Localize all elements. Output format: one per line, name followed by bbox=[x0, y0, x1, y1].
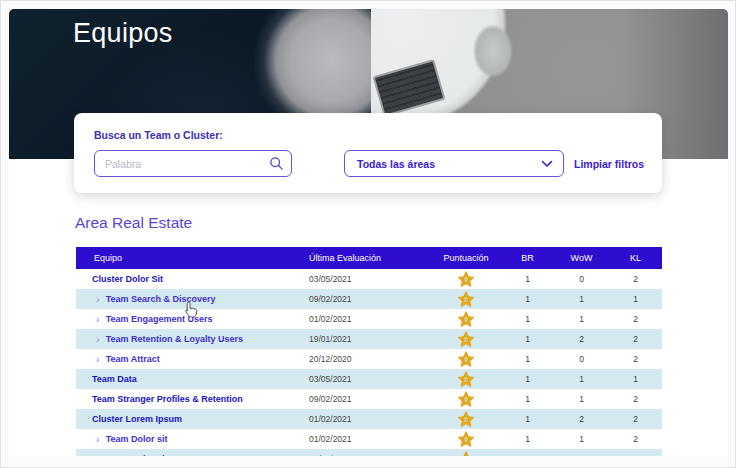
search-label: Busca un Team o Cluster: bbox=[94, 129, 223, 141]
team-name-link[interactable]: Team Dolor sit bbox=[106, 454, 168, 456]
br-value: 1 bbox=[501, 274, 554, 284]
team-name-link[interactable]: Team Attract bbox=[106, 354, 160, 364]
team-name-link[interactable]: Cluster Lorem Ipsum bbox=[92, 414, 182, 424]
kl-value: 2 bbox=[609, 394, 662, 404]
wow-value: 1 bbox=[554, 374, 609, 384]
table-header: Equipo Última Evaluación Puntuación BR W… bbox=[76, 247, 662, 269]
wow-value: 1 bbox=[554, 394, 609, 404]
search-input-wrap bbox=[94, 150, 292, 177]
wow-value: 0 bbox=[554, 274, 609, 284]
evaluation-date: 09/02/2021 bbox=[291, 394, 431, 404]
kl-value: 2 bbox=[609, 334, 662, 344]
star-score-value: 0 bbox=[457, 356, 475, 363]
table-row[interactable]: › Cluster Dolor Sit 03/05/2021 0 1 0 2 bbox=[76, 269, 662, 289]
team-name-link[interactable]: Cluster Dolor Sit bbox=[92, 274, 163, 284]
wow-value: 1 bbox=[554, 434, 609, 444]
team-name-link[interactable]: Team Retention & Loyalty Users bbox=[106, 334, 243, 344]
kl-value: 2 bbox=[609, 434, 662, 444]
star-score-value: 0 bbox=[457, 316, 475, 323]
wow-value: 1 bbox=[554, 314, 609, 324]
star-score-icon: 0 bbox=[457, 351, 475, 368]
chevron-right-icon: › bbox=[96, 334, 100, 345]
star-score-value: 0 bbox=[457, 296, 475, 303]
table-row[interactable]: › Team Data 03/05/2021 0 1 1 1 bbox=[76, 369, 662, 389]
br-value: 1 bbox=[501, 434, 554, 444]
star-score-icon: 0 bbox=[457, 411, 475, 428]
chevron-right-icon: › bbox=[96, 434, 100, 445]
br-value: 1 bbox=[501, 314, 554, 324]
star-score-value: 0 bbox=[457, 456, 475, 457]
team-name-link[interactable]: Team Stranger Profiles & Retention bbox=[92, 394, 243, 404]
search-card: Busca un Team o Cluster: Todas las áreas… bbox=[74, 113, 662, 193]
evaluation-date: 03/05/2021 bbox=[291, 374, 431, 384]
star-score-icon: 0 bbox=[457, 451, 475, 457]
star-score-value: 0 bbox=[457, 416, 475, 423]
search-input[interactable] bbox=[94, 150, 292, 177]
star-score-icon: 0 bbox=[457, 331, 475, 348]
star-score-icon: 0 bbox=[457, 271, 475, 288]
table-row[interactable]: › Team Retention & Loyalty Users 19/01/2… bbox=[76, 329, 662, 349]
star-score-value: 0 bbox=[457, 336, 475, 343]
br-value: 1 bbox=[501, 374, 554, 384]
br-value: 1 bbox=[501, 454, 554, 456]
star-score-value: 0 bbox=[457, 436, 475, 443]
evaluation-date: 20/12/2020 bbox=[291, 354, 431, 364]
chevron-right-icon: › bbox=[96, 454, 100, 457]
star-score-value: 0 bbox=[457, 376, 475, 383]
col-puntuacion: Puntuación bbox=[431, 253, 501, 263]
wow-value: 2 bbox=[554, 334, 609, 344]
col-ultima-evaluacion: Última Evaluación bbox=[291, 253, 431, 263]
area-select-value: Todas las áreas bbox=[357, 158, 435, 170]
page-content: Equipos Busca un Team o Cluster: Todas l… bbox=[9, 9, 728, 456]
col-equipo: Equipo bbox=[76, 253, 291, 263]
team-name-link[interactable]: Team Dolor sit bbox=[106, 434, 168, 444]
star-score-value: 0 bbox=[457, 276, 475, 283]
wow-value: 1 bbox=[554, 454, 609, 456]
star-score-value: 0 bbox=[457, 396, 475, 403]
chevron-right-icon: › bbox=[96, 314, 100, 325]
kl-value: 2 bbox=[609, 274, 662, 284]
table-row[interactable]: › Cluster Lorem Ipsum 01/02/2021 0 1 2 2 bbox=[76, 409, 662, 429]
kl-value: 1 bbox=[609, 294, 662, 304]
evaluation-date: 03/05/2021 bbox=[291, 274, 431, 284]
evaluation-date: 09/02/2021 bbox=[291, 294, 431, 304]
table-row[interactable]: › Team Dolor sit 01/02/2021 0 1 1 2 bbox=[76, 429, 662, 449]
page-title: Equipos bbox=[73, 18, 173, 49]
chevron-right-icon: › bbox=[96, 354, 100, 365]
teams-table: Equipo Última Evaluación Puntuación BR W… bbox=[76, 247, 662, 456]
team-name-link[interactable]: Team Data bbox=[92, 374, 137, 384]
evaluation-date: 19/01/2021 bbox=[291, 334, 431, 344]
evaluation-date: 01/02/2021 bbox=[291, 434, 431, 444]
area-select[interactable]: Todas las áreas bbox=[344, 150, 564, 177]
chevron-right-icon: › bbox=[96, 294, 100, 305]
col-wow: WoW bbox=[554, 253, 609, 263]
kl-value: 2 bbox=[609, 314, 662, 324]
wow-value: 0 bbox=[554, 354, 609, 364]
wow-value: 1 bbox=[554, 294, 609, 304]
col-br: BR bbox=[501, 253, 554, 263]
team-name-link[interactable]: Team Search & Discovery bbox=[106, 294, 216, 304]
table-row[interactable]: › Team Dolor sit 10/01/2021 0 1 1 2 bbox=[76, 449, 662, 456]
kl-value: 1 bbox=[609, 374, 662, 384]
table-row[interactable]: › Team Attract 20/12/2020 0 1 0 2 bbox=[76, 349, 662, 369]
star-score-icon: 0 bbox=[457, 311, 475, 328]
star-score-icon: 0 bbox=[457, 371, 475, 388]
star-score-icon: 0 bbox=[457, 431, 475, 448]
table-row[interactable]: › Team Search & Discovery 09/02/2021 0 1… bbox=[76, 289, 662, 309]
kl-value: 2 bbox=[609, 454, 662, 456]
table-body: › Cluster Dolor Sit 03/05/2021 0 1 0 2 ›… bbox=[76, 269, 662, 456]
star-score-icon: 0 bbox=[457, 291, 475, 308]
br-value: 1 bbox=[501, 414, 554, 424]
table-row[interactable]: › Team Engagement Users 01/02/2021 0 1 1… bbox=[76, 309, 662, 329]
evaluation-date: 01/02/2021 bbox=[291, 414, 431, 424]
table-row[interactable]: › Team Stranger Profiles & Retention 09/… bbox=[76, 389, 662, 409]
chevron-down-icon bbox=[541, 160, 553, 168]
wow-value: 2 bbox=[554, 414, 609, 424]
hand-cursor-icon bbox=[183, 301, 199, 319]
section-title: Area Real Estate bbox=[75, 214, 192, 232]
clear-filters-button[interactable]: Limpiar filtros bbox=[574, 158, 644, 170]
search-icon[interactable] bbox=[269, 156, 284, 171]
star-score-icon: 0 bbox=[457, 391, 475, 408]
br-value: 1 bbox=[501, 354, 554, 364]
evaluation-date: 10/01/2021 bbox=[291, 454, 431, 456]
